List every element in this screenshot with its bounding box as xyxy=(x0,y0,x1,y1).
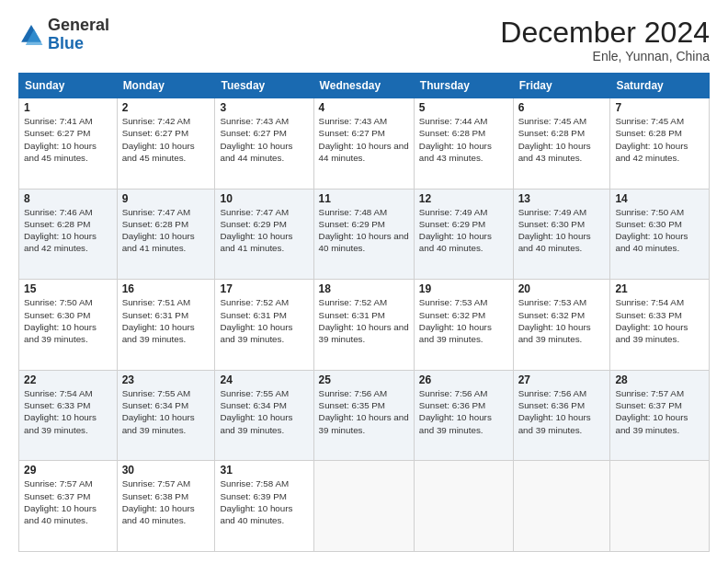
calendar-cell: 6Sunrise: 7:45 AM Sunset: 6:28 PM Daylig… xyxy=(513,98,610,190)
day-info: Sunrise: 7:43 AM Sunset: 6:27 PM Dayligh… xyxy=(220,115,308,164)
calendar-cell: 20Sunrise: 7:53 AM Sunset: 6:32 PM Dayli… xyxy=(513,280,610,371)
day-number: 29 xyxy=(24,464,112,477)
day-number: 17 xyxy=(220,282,308,295)
day-number: 13 xyxy=(518,192,606,205)
day-info: Sunrise: 7:52 AM Sunset: 6:31 PM Dayligh… xyxy=(319,296,409,345)
day-info: Sunrise: 7:49 AM Sunset: 6:30 PM Dayligh… xyxy=(518,206,606,255)
day-header-monday: Monday xyxy=(117,74,215,98)
day-number: 21 xyxy=(615,282,704,295)
day-number: 18 xyxy=(319,282,409,295)
page: General Blue December 2024 Enle, Yunnan,… xyxy=(0,0,728,563)
day-number: 6 xyxy=(518,101,606,114)
day-number: 27 xyxy=(518,373,606,386)
day-info: Sunrise: 7:42 AM Sunset: 6:27 PM Dayligh… xyxy=(122,115,210,164)
day-info: Sunrise: 7:45 AM Sunset: 6:28 PM Dayligh… xyxy=(518,115,606,164)
day-info: Sunrise: 7:57 AM Sunset: 6:38 PM Dayligh… xyxy=(122,477,210,526)
day-info: Sunrise: 7:52 AM Sunset: 6:31 PM Dayligh… xyxy=(220,296,308,345)
day-info: Sunrise: 7:47 AM Sunset: 6:29 PM Dayligh… xyxy=(220,206,308,255)
day-info: Sunrise: 7:53 AM Sunset: 6:32 PM Dayligh… xyxy=(419,296,508,345)
day-number: 22 xyxy=(24,373,112,386)
calendar-cell xyxy=(313,461,414,552)
calendar-cell: 28Sunrise: 7:57 AM Sunset: 6:37 PM Dayli… xyxy=(610,370,710,461)
day-info: Sunrise: 7:44 AM Sunset: 6:28 PM Dayligh… xyxy=(419,115,508,164)
day-number: 5 xyxy=(419,101,508,114)
day-info: Sunrise: 7:57 AM Sunset: 6:37 PM Dayligh… xyxy=(24,477,112,526)
month-title: December 2024 xyxy=(500,17,710,49)
day-header-friday: Friday xyxy=(513,74,610,98)
location-subtitle: Enle, Yunnan, China xyxy=(500,49,710,63)
calendar-cell: 31Sunrise: 7:58 AM Sunset: 6:39 PM Dayli… xyxy=(215,461,313,552)
day-info: Sunrise: 7:46 AM Sunset: 6:28 PM Dayligh… xyxy=(24,206,112,255)
calendar-cell xyxy=(513,461,610,552)
calendar-cell: 7Sunrise: 7:45 AM Sunset: 6:28 PM Daylig… xyxy=(610,98,710,190)
calendar-cell: 29Sunrise: 7:57 AM Sunset: 6:37 PM Dayli… xyxy=(19,461,118,552)
calendar-cell: 1Sunrise: 7:41 AM Sunset: 6:27 PM Daylig… xyxy=(19,98,118,190)
day-number: 19 xyxy=(419,282,508,295)
day-header-thursday: Thursday xyxy=(414,74,513,98)
day-number: 24 xyxy=(220,373,308,386)
day-number: 28 xyxy=(615,373,704,386)
day-info: Sunrise: 7:47 AM Sunset: 6:28 PM Dayligh… xyxy=(122,206,210,255)
day-info: Sunrise: 7:55 AM Sunset: 6:34 PM Dayligh… xyxy=(122,387,210,436)
day-info: Sunrise: 7:49 AM Sunset: 6:29 PM Dayligh… xyxy=(419,206,508,255)
day-header-tuesday: Tuesday xyxy=(215,74,313,98)
day-number: 26 xyxy=(419,373,508,386)
day-info: Sunrise: 7:51 AM Sunset: 6:31 PM Dayligh… xyxy=(122,296,210,345)
calendar-cell: 4Sunrise: 7:43 AM Sunset: 6:27 PM Daylig… xyxy=(313,98,414,190)
logo-blue: Blue xyxy=(48,34,84,52)
calendar-cell: 3Sunrise: 7:43 AM Sunset: 6:27 PM Daylig… xyxy=(215,98,313,190)
day-info: Sunrise: 7:53 AM Sunset: 6:32 PM Dayligh… xyxy=(518,296,606,345)
calendar-cell: 26Sunrise: 7:56 AM Sunset: 6:36 PM Dayli… xyxy=(414,370,513,461)
title-block: December 2024 Enle, Yunnan, China xyxy=(500,17,710,63)
logo: General Blue xyxy=(18,17,109,53)
day-header-wednesday: Wednesday xyxy=(313,74,414,98)
calendar-cell xyxy=(610,461,710,552)
day-number: 16 xyxy=(122,282,210,295)
calendar-cell: 10Sunrise: 7:47 AM Sunset: 6:29 PM Dayli… xyxy=(215,189,313,280)
day-info: Sunrise: 7:50 AM Sunset: 6:30 PM Dayligh… xyxy=(24,296,112,345)
day-number: 31 xyxy=(220,464,308,477)
day-info: Sunrise: 7:54 AM Sunset: 6:33 PM Dayligh… xyxy=(24,387,112,436)
calendar-cell: 9Sunrise: 7:47 AM Sunset: 6:28 PM Daylig… xyxy=(117,189,215,280)
day-info: Sunrise: 7:55 AM Sunset: 6:34 PM Dayligh… xyxy=(220,387,308,436)
calendar-table: SundayMondayTuesdayWednesdayThursdayFrid… xyxy=(18,73,710,552)
day-header-sunday: Sunday xyxy=(19,74,118,98)
calendar-cell: 21Sunrise: 7:54 AM Sunset: 6:33 PM Dayli… xyxy=(610,280,710,371)
day-number: 25 xyxy=(319,373,409,386)
day-info: Sunrise: 7:57 AM Sunset: 6:37 PM Dayligh… xyxy=(615,387,704,436)
logo-icon xyxy=(18,22,44,48)
day-number: 2 xyxy=(122,101,210,114)
day-info: Sunrise: 7:45 AM Sunset: 6:28 PM Dayligh… xyxy=(615,115,704,164)
day-number: 1 xyxy=(24,101,112,114)
day-number: 23 xyxy=(122,373,210,386)
day-info: Sunrise: 7:43 AM Sunset: 6:27 PM Dayligh… xyxy=(319,115,409,164)
day-number: 7 xyxy=(615,101,704,114)
day-info: Sunrise: 7:41 AM Sunset: 6:27 PM Dayligh… xyxy=(24,115,112,164)
calendar-cell: 25Sunrise: 7:56 AM Sunset: 6:35 PM Dayli… xyxy=(313,370,414,461)
calendar-cell: 5Sunrise: 7:44 AM Sunset: 6:28 PM Daylig… xyxy=(414,98,513,190)
calendar-cell: 8Sunrise: 7:46 AM Sunset: 6:28 PM Daylig… xyxy=(19,189,118,280)
day-number: 4 xyxy=(319,101,409,114)
calendar-cell: 17Sunrise: 7:52 AM Sunset: 6:31 PM Dayli… xyxy=(215,280,313,371)
day-info: Sunrise: 7:50 AM Sunset: 6:30 PM Dayligh… xyxy=(615,206,704,255)
day-number: 15 xyxy=(24,282,112,295)
day-header-saturday: Saturday xyxy=(610,74,710,98)
day-number: 11 xyxy=(319,192,409,205)
calendar-cell: 23Sunrise: 7:55 AM Sunset: 6:34 PM Dayli… xyxy=(117,370,215,461)
day-number: 9 xyxy=(122,192,210,205)
calendar-cell: 13Sunrise: 7:49 AM Sunset: 6:30 PM Dayli… xyxy=(513,189,610,280)
day-number: 14 xyxy=(615,192,704,205)
day-number: 8 xyxy=(24,192,112,205)
day-info: Sunrise: 7:58 AM Sunset: 6:39 PM Dayligh… xyxy=(220,477,308,526)
calendar-cell: 12Sunrise: 7:49 AM Sunset: 6:29 PM Dayli… xyxy=(414,189,513,280)
calendar-cell: 27Sunrise: 7:56 AM Sunset: 6:36 PM Dayli… xyxy=(513,370,610,461)
day-info: Sunrise: 7:56 AM Sunset: 6:36 PM Dayligh… xyxy=(518,387,606,436)
day-number: 20 xyxy=(518,282,606,295)
day-number: 30 xyxy=(122,464,210,477)
calendar-cell: 24Sunrise: 7:55 AM Sunset: 6:34 PM Dayli… xyxy=(215,370,313,461)
logo-text: General Blue xyxy=(48,17,109,53)
calendar-cell: 15Sunrise: 7:50 AM Sunset: 6:30 PM Dayli… xyxy=(19,280,118,371)
day-number: 10 xyxy=(220,192,308,205)
calendar-cell: 30Sunrise: 7:57 AM Sunset: 6:38 PM Dayli… xyxy=(117,461,215,552)
calendar-cell: 14Sunrise: 7:50 AM Sunset: 6:30 PM Dayli… xyxy=(610,189,710,280)
